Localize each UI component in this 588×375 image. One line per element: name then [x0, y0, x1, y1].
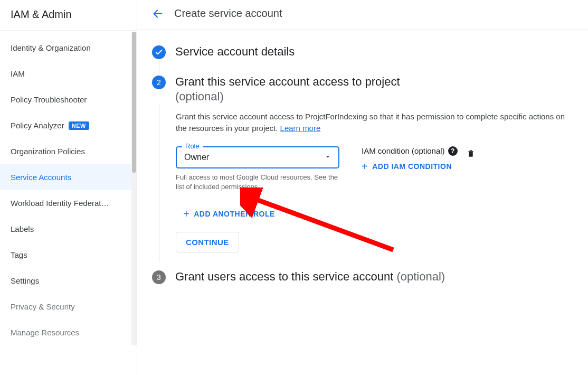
step-3-optional: (optional) [396, 270, 445, 283]
condition-label-text: IAM condition (optional) [362, 146, 445, 155]
sidebar-item-privacy-security[interactable]: Privacy & Security [0, 294, 137, 320]
sidebar-item-tags[interactable]: Tags [0, 242, 137, 268]
sidebar-item-organization-policies[interactable]: Organization Policies [0, 138, 137, 164]
add-iam-condition-button[interactable]: + ADD IAM CONDITION [362, 161, 458, 172]
add-condition-label: ADD IAM CONDITION [372, 162, 452, 171]
sidebar-item-label: Policy Analyzer [11, 121, 64, 130]
role-row: Role Owner Full access to most Google Cl… [176, 146, 569, 192]
plus-icon: + [362, 161, 368, 172]
step-3-title-text: Grant users access to this service accou… [175, 270, 396, 283]
condition-label: IAM condition (optional) ? [362, 146, 458, 156]
plus-icon: + [183, 209, 189, 219]
step-2-body: Grant this service account access to Pro… [159, 105, 569, 262]
main-header: Create service account [137, 0, 588, 30]
sidebar-item-workload-identity[interactable]: Workload Identity Federat… [0, 190, 137, 216]
step-1-title: Service account details [175, 44, 569, 60]
sidebar-item-policy-analyzer[interactable]: Policy AnalyzerNEW [0, 112, 137, 138]
sidebar-item-label: Policy Troubleshooter [11, 95, 87, 104]
sidebar-item-label: Identity & Organization [11, 43, 91, 52]
sidebar-item-settings[interactable]: Settings [0, 268, 137, 294]
sidebar-item-identity-org[interactable]: Identity & Organization [0, 35, 137, 61]
continue-button[interactable]: CONTINUE [176, 232, 239, 252]
step-2-desc-text: Grant this service account access to Pro… [176, 112, 565, 133]
back-arrow-icon[interactable] [152, 8, 164, 20]
step-3-title: Grant users access to this service accou… [175, 269, 569, 285]
step-2-optional: (optional) [175, 89, 569, 105]
learn-more-link[interactable]: Learn more [280, 124, 321, 133]
add-another-label: ADD ANOTHER ROLE [194, 210, 275, 218]
sidebar-title: IAM & Admin [0, 0, 137, 31]
condition-block: IAM condition (optional) ? + ADD IAM CON… [362, 146, 569, 172]
sidebar-item-policy-troubleshooter[interactable]: Policy Troubleshooter [0, 87, 137, 112]
step-2: 2 Grant this service account access to p… [152, 74, 569, 262]
delete-icon[interactable] [466, 148, 476, 160]
sidebar-scrollbar[interactable] [131, 32, 137, 345]
role-value: Owner [184, 153, 209, 162]
step-2-description: Grant this service account access to Pro… [176, 111, 569, 135]
content: Service account details 2 Grant this ser… [137, 30, 588, 375]
sidebar-item-manage-resources[interactable]: Manage Resources [0, 320, 137, 345]
role-block: Role Owner Full access to most Google Cl… [176, 146, 339, 192]
sidebar-item-label: IAM [11, 69, 25, 78]
page-title: Create service account [174, 7, 282, 20]
role-help-text: Full access to most Google Cloud resourc… [176, 173, 339, 192]
add-another-role-button[interactable]: + ADD ANOTHER ROLE [183, 209, 569, 219]
sidebar-nav: Identity & Organization IAM Policy Troub… [0, 31, 137, 375]
sidebar: IAM & Admin Identity & Organization IAM … [0, 0, 137, 375]
step-1[interactable]: Service account details [152, 44, 569, 60]
check-icon [152, 45, 166, 59]
step-2-title: Grant this service account access to pro… [175, 74, 569, 105]
step-3-number: 3 [152, 270, 166, 284]
sidebar-item-label: Privacy & Security [11, 302, 75, 311]
sidebar-item-service-accounts[interactable]: Service Accounts [0, 164, 137, 190]
sidebar-item-label: Workload Identity Federat… [11, 199, 109, 208]
caret-down-icon [325, 153, 331, 162]
role-select[interactable]: Role Owner [176, 146, 339, 168]
sidebar-item-iam[interactable]: IAM [0, 61, 137, 87]
new-badge: NEW [69, 121, 89, 130]
step-3[interactable]: 3 Grant users access to this service acc… [152, 269, 569, 285]
step-connector [159, 60, 159, 74]
help-icon[interactable]: ? [448, 146, 458, 156]
sidebar-item-label: Labels [11, 224, 34, 233]
sidebar-item-label: Service Accounts [11, 173, 71, 182]
sidebar-item-label: Tags [11, 250, 27, 259]
sidebar-item-label: Settings [11, 276, 39, 285]
sidebar-item-labels[interactable]: Labels [0, 216, 137, 242]
step-2-title-text: Grant this service account access to pro… [175, 75, 400, 88]
sidebar-item-label: Manage Resources [11, 328, 79, 337]
main: Create service account Service account d… [137, 0, 588, 375]
step-2-number: 2 [152, 76, 166, 89]
sidebar-item-label: Organization Policies [11, 147, 85, 156]
scrollbar-thumb[interactable] [132, 32, 136, 173]
role-field-label: Role [182, 142, 203, 150]
